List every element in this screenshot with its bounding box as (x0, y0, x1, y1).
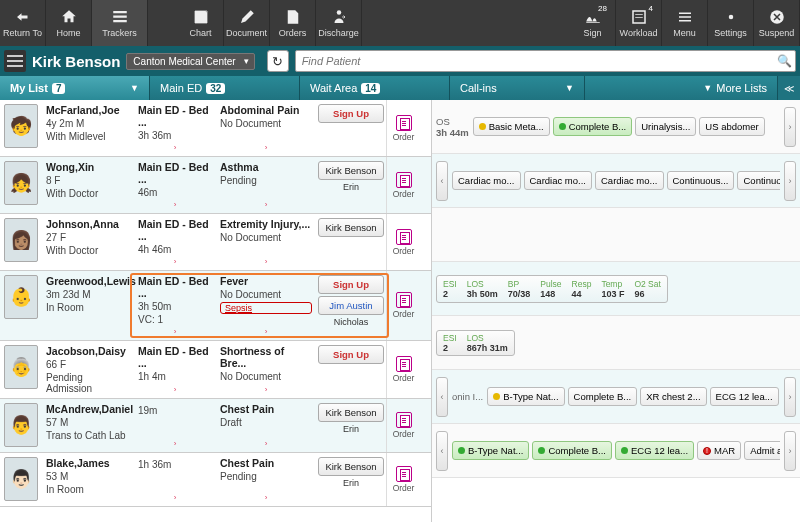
chevron-down-icon: ▼ (130, 83, 139, 93)
patient-row[interactable]: 👵 Jacobson,Daisy 66 F Pending Admission … (0, 341, 431, 399)
scroll-right-button[interactable]: › (784, 107, 796, 147)
home-button[interactable]: Home (46, 0, 92, 46)
order-button[interactable]: Order (386, 157, 420, 213)
order-chip[interactable]: Admit as I... (744, 441, 780, 460)
search-input[interactable] (296, 55, 773, 67)
fragment-text: OS3h 44m (436, 116, 469, 138)
return-to-label: Return To (3, 28, 42, 38)
vitals-chip[interactable]: ESI2LOS3h 50mBP70/38Pulse148Resp44Temp10… (436, 275, 668, 303)
caret-icon: › (220, 385, 312, 394)
chip-label: Cardiac mo... (458, 175, 515, 186)
caret-icon: › (220, 493, 312, 502)
avatar: 👩🏽 (4, 218, 38, 262)
tab-wait-area[interactable]: Wait Area 14 (300, 76, 450, 100)
order-chip[interactable]: US abdomer (699, 117, 764, 136)
caret-icon: › (220, 143, 312, 152)
order-chip[interactable]: XR chest 2... (640, 387, 706, 406)
detail-strip: OS3h 44m Basic Meta...Complete B...Urina… (432, 100, 800, 522)
order-chip[interactable]: Complete B... (553, 117, 633, 136)
patient-name: Jacobson,Daisy (46, 345, 130, 357)
svg-point-10 (728, 15, 733, 20)
order-button[interactable]: Order (386, 271, 420, 340)
search-icon[interactable]: 🔍 (773, 54, 795, 68)
assign-button[interactable]: Kirk Benson (318, 218, 384, 237)
assign-button[interactable]: Kirk Benson (318, 403, 384, 422)
scroll-left-button[interactable]: ‹ (436, 161, 448, 201)
order-chip[interactable]: Continuous... (737, 171, 780, 190)
patient-time: 19m (138, 405, 212, 416)
document-label: Document (226, 28, 267, 38)
order-chip[interactable]: B-Type Nat... (487, 387, 564, 406)
order-button[interactable]: Order (386, 453, 420, 506)
detail-row: OS3h 44m Basic Meta...Complete B...Urina… (432, 100, 800, 154)
order-chip[interactable]: ECG 12 lea... (710, 387, 779, 406)
order-chip[interactable]: Cardiac mo... (524, 171, 593, 190)
sign-button[interactable]: 28 Sign (570, 0, 616, 46)
trackers-button[interactable]: Trackers (92, 0, 148, 46)
tab-call-ins[interactable]: Call-ins ▼ (450, 76, 585, 100)
return-to-button[interactable]: Return To (0, 0, 46, 46)
order-chip[interactable]: Urinalysis... (635, 117, 696, 136)
tab-main-ed[interactable]: Main ED 32 (150, 76, 300, 100)
patient-search[interactable]: 🔍 (295, 50, 796, 72)
patient-row[interactable]: 👶 Greenwood,Lewis 3m 23d M In Room Main … (0, 271, 431, 341)
chart-button[interactable]: Chart (178, 0, 224, 46)
avatar: 👶 (4, 275, 38, 319)
scroll-right-button[interactable]: › (784, 377, 796, 417)
document-button[interactable]: Document (224, 0, 270, 46)
order-chip[interactable]: Complete B... (568, 387, 638, 406)
scroll-right-button[interactable]: › (784, 161, 796, 201)
order-button[interactable]: Order (386, 214, 420, 270)
assign-button[interactable]: Kirk Benson (318, 161, 384, 180)
patient-row[interactable]: 👧 Wong,Xin 8 F With Doctor Main ED - Bed… (0, 157, 431, 214)
patient-name: Blake,James (46, 457, 130, 469)
patient-row[interactable]: 👨🏻 Blake,James 53 M In Room 1h 36m › Che… (0, 453, 431, 507)
discharge-label: Discharge (318, 28, 359, 38)
order-chip[interactable]: Cardiac mo... (452, 171, 521, 190)
trackers-label: Trackers (102, 28, 137, 38)
hamburger-button[interactable] (4, 50, 26, 72)
patient-row[interactable]: 👩🏽 Johnson,Anna 27 F With Doctor Main ED… (0, 214, 431, 271)
los-chip[interactable]: ESI2LOS867h 31m (436, 330, 515, 356)
assign-button[interactable]: Kirk Benson (318, 457, 384, 476)
order-chip[interactable]: Cardiac mo... (595, 171, 664, 190)
patient-row[interactable]: 👨 McAndrew,Daniel 57 M Trans to Cath Lab… (0, 399, 431, 453)
scroll-left-button[interactable]: ‹ (436, 377, 448, 417)
order-chip[interactable]: Basic Meta... (473, 117, 550, 136)
tab-my-list[interactable]: My List 7 ▼ (0, 76, 150, 100)
patient-row[interactable]: 🧒 McFarland,Joe 4y 2m M With Midlevel Ma… (0, 100, 431, 157)
assign-button[interactable]: Sign Up (318, 345, 384, 364)
assign-column: Kirk Benson (316, 214, 386, 270)
order-chip[interactable]: Complete B... (532, 441, 612, 460)
discharge-button[interactable]: Discharge (316, 0, 362, 46)
orders-button[interactable]: Orders (270, 0, 316, 46)
collapse-right-button[interactable]: ≪ (778, 76, 800, 100)
menu-button[interactable]: Menu (662, 0, 708, 46)
sepsis-alert[interactable]: Sepsis (220, 302, 312, 314)
avatar: 👨🏻 (4, 457, 38, 501)
chip-label: Continuous... (743, 175, 780, 186)
order-button[interactable]: Order (386, 399, 420, 452)
facility-select[interactable]: Canton Medical Center (126, 53, 254, 70)
scroll-left-button[interactable]: ‹ (436, 431, 448, 471)
tab-more-lists[interactable]: ▼ More Lists (693, 76, 778, 100)
order-chip[interactable]: !MAR (697, 441, 741, 460)
patient-status: Trans to Cath Lab (46, 430, 130, 441)
refresh-button[interactable]: ↻ (267, 50, 289, 72)
patient-demo: 8 F (46, 175, 130, 186)
order-chip[interactable]: B-Type Nat... (452, 441, 529, 460)
suspend-button[interactable]: Suspend (754, 0, 800, 46)
assign-column: Sign UpJim AustinNicholas (316, 271, 386, 340)
assign-button[interactable]: Jim Austin (318, 296, 384, 315)
workload-button[interactable]: 4 Workload (616, 0, 662, 46)
order-chip[interactable]: ECG 12 lea... (615, 441, 694, 460)
order-chip[interactable]: Continuous... (667, 171, 735, 190)
order-button[interactable]: Order (386, 341, 420, 398)
assign-button[interactable]: Sign Up (318, 104, 384, 123)
assign-column: Sign Up (316, 341, 386, 398)
patient-location: Main ED - Bed ... (138, 275, 212, 299)
order-button[interactable]: Order (386, 100, 420, 156)
settings-button[interactable]: Settings (708, 0, 754, 46)
scroll-right-button[interactable]: › (784, 431, 796, 471)
assign-button[interactable]: Sign Up (318, 275, 384, 294)
